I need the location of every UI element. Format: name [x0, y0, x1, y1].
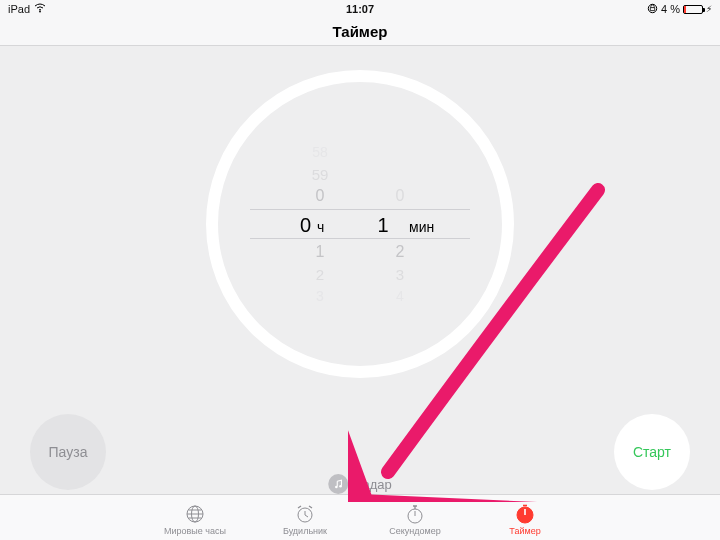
start-button[interactable]: Старт: [614, 414, 690, 490]
picker-minutes-unit: мин: [409, 212, 449, 242]
sound-picker[interactable]: Радар: [328, 474, 392, 494]
time-picker[interactable]: 58 59 00 0 ч 1 мин 12 23 34: [250, 141, 470, 307]
picker-hours-opt[interactable]: 1: [300, 243, 340, 261]
tab-alarm[interactable]: Будильник: [270, 503, 340, 536]
tab-stopwatch[interactable]: Секундомер: [380, 503, 450, 536]
start-label: Старт: [633, 444, 671, 460]
picker-hours-opt[interactable]: 3: [300, 288, 340, 304]
picker-min-opt[interactable]: 2: [380, 243, 420, 261]
main-area: 58 59 00 0 ч 1 мин 12 23 34 Пауза Старт …: [0, 46, 720, 494]
stopwatch-icon: [404, 503, 426, 525]
page-title: Таймер: [333, 23, 388, 40]
tab-label: Таймер: [509, 526, 540, 536]
picker-hours-opt[interactable]: 0: [300, 187, 340, 205]
orientation-lock-icon: [647, 3, 658, 16]
picker-hours-opt[interactable]: 59: [300, 166, 340, 183]
svg-point-3: [339, 484, 342, 487]
tab-timer[interactable]: Таймер: [490, 503, 560, 536]
picker-minutes-selected[interactable]: 1: [363, 210, 403, 240]
picker-hours-opt[interactable]: 2: [300, 266, 340, 283]
svg-point-1: [648, 4, 656, 12]
picker-selected-row: 0 ч 1 мин: [250, 209, 470, 239]
tab-world-clock[interactable]: Мировые часы: [160, 503, 230, 536]
charging-icon: ⚡︎: [706, 4, 712, 14]
music-note-icon: [328, 474, 348, 494]
sound-label: Радар: [354, 477, 392, 492]
battery-icon: [683, 5, 703, 14]
globe-icon: [184, 503, 206, 525]
picker-hours-selected[interactable]: 0: [271, 210, 311, 240]
svg-point-0: [39, 11, 41, 13]
battery-percent: 4 %: [661, 3, 680, 15]
tab-label: Мировые часы: [164, 526, 226, 536]
picker-min-opt[interactable]: 3: [380, 266, 420, 283]
timer-icon: [514, 503, 536, 525]
tab-label: Будильник: [283, 526, 327, 536]
tab-bar: Мировые часы Будильник Секундомер Таймер: [0, 494, 720, 540]
pause-label: Пауза: [49, 444, 88, 460]
picker-min-opt[interactable]: 4: [380, 288, 420, 304]
wifi-icon: [34, 3, 46, 15]
device-label: iPad: [8, 3, 30, 15]
status-time: 11:07: [346, 3, 374, 15]
tab-label: Секундомер: [389, 526, 440, 536]
picker-hours-opt[interactable]: 58: [300, 144, 340, 160]
picker-hours-unit: ч: [317, 212, 357, 242]
svg-point-2: [335, 485, 338, 488]
picker-min-opt[interactable]: 0: [380, 187, 420, 205]
pause-button[interactable]: Пауза: [30, 414, 106, 490]
status-bar: iPad 11:07 4 % ⚡︎: [0, 0, 720, 18]
title-bar: Таймер: [0, 18, 720, 46]
alarm-clock-icon: [294, 503, 316, 525]
